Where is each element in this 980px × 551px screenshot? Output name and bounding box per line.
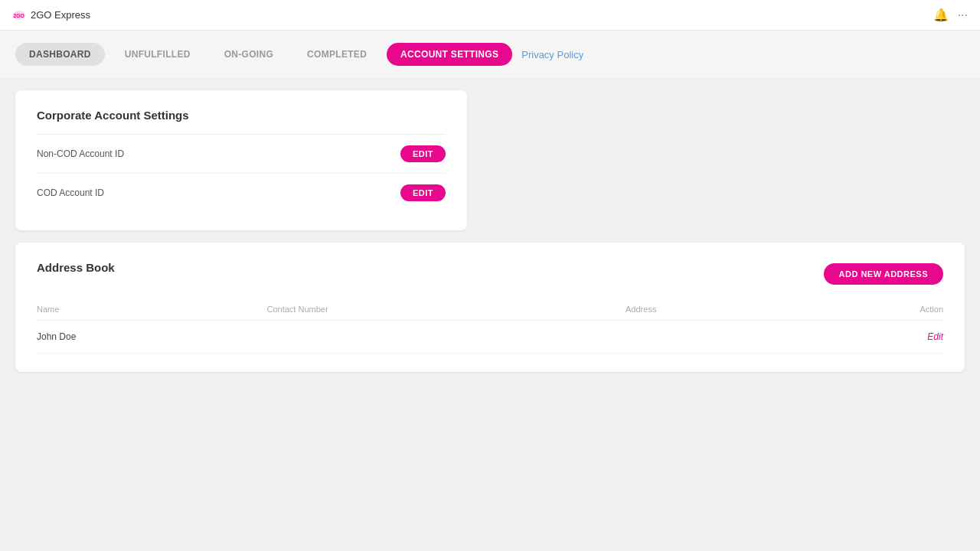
topbar: 2GO 2GO Express 🔔 ···	[0, 0, 980, 31]
tab-account-settings[interactable]: ACCOUNT SETTINGS	[387, 43, 512, 66]
address-book-card: Address Book ADD NEW ADDRESS Name Contac…	[15, 243, 965, 372]
notification-icon[interactable]: 🔔	[933, 8, 949, 22]
col-name: Name	[37, 298, 267, 321]
table-row: John Doe Edit	[37, 321, 943, 354]
non-cod-row: Non-COD Account ID EDIT	[37, 135, 446, 174]
corporate-settings-title: Corporate Account Settings	[37, 109, 446, 122]
topbar-right: 🔔 ···	[933, 8, 968, 22]
address-table: Name Contact Number Address Action John …	[37, 298, 943, 354]
address-table-head: Name Contact Number Address Action	[37, 298, 943, 321]
col-action: Action	[806, 298, 943, 321]
address-book-title: Address Book	[37, 261, 115, 274]
col-contact: Contact Number	[267, 298, 626, 321]
cod-label: COD Account ID	[37, 187, 104, 198]
row-address	[626, 321, 806, 354]
non-cod-label: Non-COD Account ID	[37, 148, 124, 159]
add-new-address-button[interactable]: ADD NEW ADDRESS	[824, 263, 944, 285]
row-name: John Doe	[37, 321, 267, 354]
corporate-settings-card: Corporate Account Settings Non-COD Accou…	[15, 90, 467, 230]
address-table-header-row: Name Contact Number Address Action	[37, 298, 943, 321]
app-title: 2GO Express	[31, 9, 90, 21]
more-options-icon[interactable]: ···	[958, 8, 968, 22]
cod-edit-button[interactable]: EDIT	[400, 184, 446, 201]
tab-completed[interactable]: COMPLETED	[293, 43, 381, 66]
main-content: Corporate Account Settings Non-COD Accou…	[0, 78, 980, 384]
row-edit-link[interactable]: Edit	[927, 331, 943, 342]
navbar: DASHBOARD UNFULFILLED ON-GOING COMPLETED…	[0, 31, 980, 78]
address-table-body: John Doe Edit	[37, 321, 943, 354]
tab-on-going[interactable]: ON-GOING	[211, 43, 287, 66]
svg-text:2GO: 2GO	[14, 13, 24, 18]
cod-row: COD Account ID EDIT	[37, 174, 446, 212]
non-cod-edit-button[interactable]: EDIT	[400, 145, 446, 162]
2go-logo-icon: 2GO	[12, 10, 26, 21]
col-address: Address	[626, 298, 806, 321]
row-contact	[267, 321, 626, 354]
topbar-left: 2GO 2GO Express	[12, 9, 90, 21]
tab-unfulfilled[interactable]: UNFULFILLED	[111, 43, 204, 66]
address-book-header: Address Book ADD NEW ADDRESS	[37, 261, 943, 286]
privacy-policy-link[interactable]: Privacy Policy	[521, 49, 583, 60]
tab-dashboard[interactable]: DASHBOARD	[15, 43, 105, 66]
row-action-cell: Edit	[806, 321, 943, 354]
